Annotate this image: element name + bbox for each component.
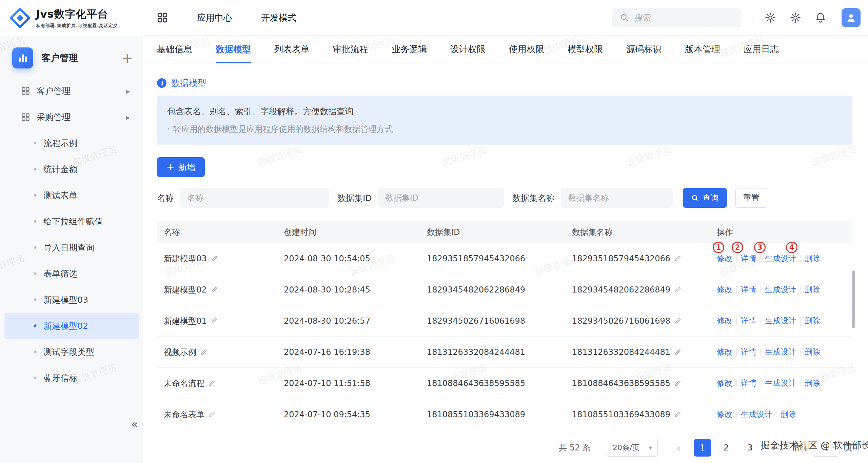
action-link-1[interactable]: 详情: [741, 316, 756, 326]
edit-pencil-icon[interactable]: [211, 286, 218, 293]
page-button-2[interactable]: 2: [717, 439, 735, 457]
prev-page-button[interactable]: ‹: [670, 439, 688, 457]
page-button-1[interactable]: 1: [694, 439, 711, 457]
settings-gear-icon[interactable]: [789, 11, 802, 24]
edit-pencil-icon[interactable]: [200, 348, 208, 356]
action-link-1[interactable]: 详情: [741, 253, 756, 264]
action-link-2[interactable]: 生成设计: [765, 316, 796, 326]
plus-icon: +: [166, 162, 174, 172]
cell-dataset-id: 1829351857945432066: [427, 243, 572, 274]
action-link-1[interactable]: 详情: [741, 347, 756, 357]
dataset-id-filter-input[interactable]: [378, 188, 504, 208]
sidebar-add-button[interactable]: +: [121, 51, 133, 65]
bell-icon[interactable]: [814, 11, 827, 24]
action-link-2[interactable]: 生成设计: [765, 253, 796, 264]
action-link-0[interactable]: 修改: [717, 284, 732, 295]
tab-4[interactable]: 业务逻辑: [392, 36, 427, 63]
topnav-item-1[interactable]: 开发模式: [261, 12, 296, 24]
app-launcher-icon[interactable]: [157, 12, 168, 23]
action-link-3[interactable]: 删除: [805, 347, 820, 357]
global-search[interactable]: [612, 8, 741, 27]
action-separator: [800, 255, 801, 262]
edit-pencil-icon[interactable]: [674, 317, 682, 324]
reset-button[interactable]: 重置: [735, 188, 767, 208]
query-button[interactable]: 查询: [683, 188, 727, 208]
search-input[interactable]: [634, 13, 733, 23]
sidebar-item-8[interactable]: •新建模型03: [4, 287, 139, 313]
page-size-select[interactable]: 20条/页 ▾: [607, 439, 658, 457]
edit-pencil-icon[interactable]: [211, 255, 218, 262]
user-avatar[interactable]: [842, 8, 861, 27]
action-link-0[interactable]: 修改: [717, 347, 732, 357]
action-link-2[interactable]: 删除: [781, 409, 796, 420]
cell-dataset-id: 1810884643638595585: [427, 368, 572, 399]
tab-3[interactable]: 审批流程: [333, 36, 368, 63]
tab-9[interactable]: 版本管理: [685, 36, 720, 63]
action-link-3[interactable]: 删除: [805, 316, 820, 326]
action-link-3[interactable]: 删除: [805, 284, 820, 295]
sidebar-item-4[interactable]: •测试表单: [4, 182, 139, 208]
sidebar-item-7[interactable]: •表单筛选: [4, 261, 139, 287]
action-link-2[interactable]: 生成设计: [765, 284, 796, 295]
action-link-0[interactable]: 修改: [717, 316, 732, 326]
action-link-0[interactable]: 修改: [717, 409, 732, 420]
edit-pencil-icon[interactable]: [674, 348, 682, 356]
tab-0[interactable]: 基础信息: [157, 36, 192, 63]
sidebar-item-0[interactable]: 客户管理▸: [4, 78, 139, 104]
tab-5[interactable]: 设计权限: [450, 36, 486, 63]
action-link-0[interactable]: 修改: [717, 378, 732, 388]
action-link-3[interactable]: 删除: [805, 253, 820, 264]
action-link-1[interactable]: 生成设计: [741, 409, 772, 420]
action-separator: [800, 380, 801, 387]
edit-pencil-icon[interactable]: [211, 317, 218, 324]
tab-7[interactable]: 模型权限: [568, 36, 603, 63]
dataset-name-filter-input[interactable]: [561, 188, 673, 208]
action-link-2[interactable]: 生成设计: [765, 378, 796, 388]
page-button-3[interactable]: 3: [741, 439, 759, 457]
search-icon: [691, 194, 699, 202]
sidebar-item-2[interactable]: •流程示例: [4, 130, 139, 156]
tab-6[interactable]: 使用权限: [509, 36, 544, 63]
sidebar-item-10[interactable]: •测试字段类型: [4, 339, 139, 365]
cell-dataset-name: 1829351857945432066: [572, 243, 717, 274]
tab-1[interactable]: 数据模型: [216, 36, 251, 63]
table-header-cell-2: 数据集ID: [427, 227, 572, 238]
cell-dataset-name: 1810884643638595585: [572, 368, 717, 399]
tab-2[interactable]: 列表表单: [274, 36, 310, 63]
tab-10[interactable]: 应用日志: [744, 36, 779, 63]
sidebar-item-11[interactable]: •蓝牙信标: [4, 365, 139, 391]
tab-8[interactable]: 源码标识: [626, 36, 662, 63]
topbar-nav: 应用中心开发模式: [197, 12, 296, 24]
edit-pencil-icon[interactable]: [209, 380, 216, 387]
edit-pencil-icon[interactable]: [674, 286, 682, 293]
action-separator: [736, 380, 737, 387]
person-icon: [845, 12, 857, 23]
sidebar-item-5[interactable]: •给下拉组件赋值: [4, 208, 139, 235]
cell-actions: 修改详情生成设计删除: [717, 305, 852, 336]
action-link-2[interactable]: 生成设计: [765, 347, 796, 357]
scrollbar-thumb[interactable]: [852, 270, 855, 328]
action-separator: [800, 348, 801, 356]
sidebar-collapse-button[interactable]: «: [131, 417, 137, 431]
sidebar-item-1[interactable]: 采购管理▸: [4, 104, 139, 130]
edit-pencil-icon[interactable]: [674, 255, 682, 262]
table-row: 视频示例2024-07-16 16:19:3818131263320842444…: [157, 337, 852, 368]
name-filter-input[interactable]: [180, 188, 329, 208]
app-root: Jvs数字化平台 私有部署.集成扩展.可视配置.灵活定义 客户管理 + 客户管理…: [0, 0, 868, 463]
topbar: 应用中心开发模式: [143, 0, 868, 36]
sidebar-item-6[interactable]: •导入日期查询: [4, 235, 139, 261]
topnav-item-0[interactable]: 应用中心: [197, 12, 232, 24]
sidebar-item-3[interactable]: •统计金额: [4, 156, 139, 182]
sidebar-item-9[interactable]: •新建模型02: [4, 313, 139, 339]
edit-pencil-icon[interactable]: [209, 411, 216, 418]
edit-pencil-icon[interactable]: [674, 380, 682, 387]
dataset-id-filter-label: 数据集ID: [337, 193, 372, 204]
action-link-3[interactable]: 删除: [805, 378, 820, 388]
action-link-1[interactable]: 详情: [741, 378, 756, 388]
add-button[interactable]: + 新增: [157, 157, 205, 177]
action-link-1[interactable]: 详情: [741, 284, 756, 295]
edit-pencil-icon[interactable]: [674, 411, 682, 418]
action-link-0[interactable]: 修改: [717, 253, 732, 264]
theme-gear-icon[interactable]: [764, 11, 777, 24]
filter-row: 名称 数据集ID 数据集名称 查询 重置: [157, 188, 852, 208]
